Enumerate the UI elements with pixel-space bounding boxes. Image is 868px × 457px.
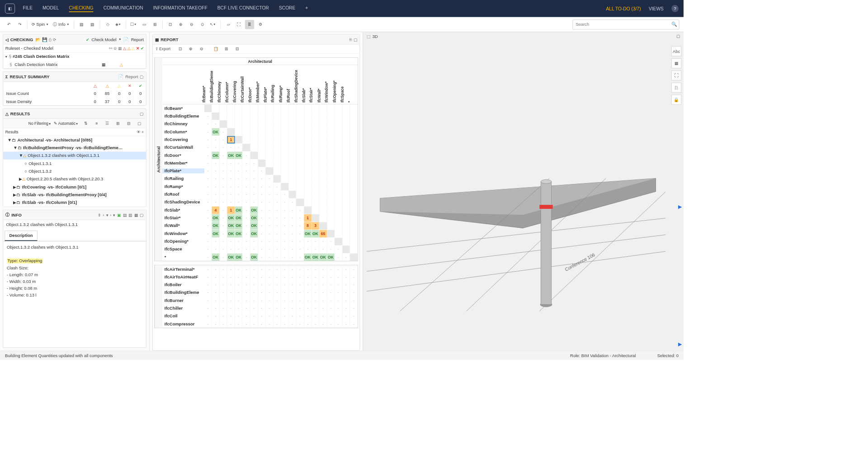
refresh-icon[interactable]: ⟳ <box>53 37 57 42</box>
zoom-out-icon[interactable]: ⊖ <box>187 20 196 29</box>
results-tree-row[interactable]: ▶ 🗀 IfcSlab -vs- IfcColumn [0/1] <box>3 198 146 206</box>
nav-arrow-right-1[interactable]: ▶ <box>678 204 682 210</box>
cube1-icon[interactable]: ▧ <box>77 20 86 29</box>
x-icon[interactable]: ✕ <box>136 46 139 51</box>
menu-add[interactable]: + <box>305 5 308 12</box>
maximize-icon[interactable]: ▢ <box>140 111 144 116</box>
abc-tool-icon[interactable]: Abc <box>671 46 681 56</box>
zoom-in-icon[interactable]: ⊕ <box>176 20 185 29</box>
i1-icon[interactable]: ▤ <box>123 212 127 217</box>
redo-icon[interactable]: ↷ <box>15 20 24 29</box>
app-logo[interactable]: ◧ <box>5 4 15 14</box>
description-tab[interactable]: Description <box>5 231 37 241</box>
zoom-out2-icon[interactable]: ⊖ <box>197 44 206 53</box>
save-as-icon[interactable]: ⎙ <box>49 37 52 42</box>
rule-row-2[interactable]: § Clash Detection Matrix ▦△ <box>3 61 146 68</box>
res-t5-icon[interactable]: ⊟ <box>124 119 133 128</box>
checking-report-button[interactable]: Report <box>131 37 144 42</box>
updown-icon[interactable]: ⇕ <box>98 212 101 217</box>
info-dropdown[interactable]: ⓘ Info▼ <box>52 21 71 27</box>
lock-tool-icon[interactable]: 🔒 <box>671 94 681 104</box>
cube4-icon[interactable]: ◈▼ <box>113 20 123 29</box>
results-tree-row[interactable]: ▶ 🗀 IfcSlab -vs- IfcBuildingElementProxy… <box>3 191 146 198</box>
check-model-button[interactable]: Check Model <box>91 37 116 42</box>
menu-score[interactable]: SCORE <box>279 5 295 12</box>
menu-model[interactable]: MODEL <box>42 5 59 12</box>
results-tree-row[interactable]: ○ Object.1.3.1 <box>3 160 146 167</box>
results-tree-row[interactable]: ▶ 🗀 IfcCovering -vs- IfcColumn [0/1] <box>3 183 146 191</box>
results-tree-row[interactable]: ▼ 🗀 IfcBuildingElementProxy -vs- IfcBuil… <box>3 144 146 151</box>
zoom-fit2-icon[interactable]: ⊡ <box>175 44 184 53</box>
clip2-icon[interactable]: ⊞ <box>222 44 231 53</box>
menu-file[interactable]: FILE <box>23 5 33 12</box>
clash-matrix[interactable]: Architectural Architectural IfcBeam*IfcB… <box>154 57 358 261</box>
menu-communication[interactable]: COMMUNICATION <box>104 5 143 12</box>
summary-report-button[interactable]: Report <box>125 74 138 79</box>
ground-icon[interactable]: ▱ <box>223 20 232 29</box>
copy-icon[interactable]: ⎘ <box>349 37 352 42</box>
views-link[interactable]: VIEWS <box>649 6 664 11</box>
spin-dropdown[interactable]: ⟳ Spin▼ <box>30 22 50 27</box>
res-t2-icon[interactable]: ≡ <box>92 119 101 128</box>
prev-icon[interactable]: ‹ <box>103 212 104 217</box>
3d-viewport[interactable]: ⬚3D ▢ Abc ▦ ⛶ ⌸ 🔒 ▶ ▶ <box>363 32 684 351</box>
results-tree-row[interactable]: ▼ 🗀 Architectural -vs- Architectural [0/… <box>3 136 146 144</box>
grid-icon[interactable]: ▦ <box>118 46 122 51</box>
maximize-icon[interactable]: ▢ <box>354 37 358 42</box>
save-icon[interactable]: 💾 <box>42 37 47 42</box>
dd-icon[interactable]: ▾ <box>106 212 108 217</box>
res-t6-icon[interactable]: ▢ <box>135 119 144 128</box>
results-tree-row[interactable]: ○ Object.1.3.2 <box>3 167 146 175</box>
search-icon[interactable]: 🔍 <box>671 22 677 27</box>
res-t3-icon[interactable]: ☰ <box>103 119 112 128</box>
grid-tool-icon[interactable]: ▦ <box>671 58 681 68</box>
i2-icon[interactable]: ▥ <box>128 212 132 217</box>
auto-dropdown[interactable]: ✎ Automatic▼ <box>54 121 78 126</box>
res-t4-icon[interactable]: ⊞ <box>113 119 122 128</box>
all-todo-link[interactable]: ALL TO-DO (3/7) <box>606 6 641 11</box>
cursor-icon[interactable]: ↖▼ <box>208 20 217 29</box>
pdf-tool-icon[interactable]: ⌸ <box>671 83 681 93</box>
zoom-area-icon[interactable]: ⊙ <box>198 20 207 29</box>
help-icon[interactable]: ? <box>671 5 679 12</box>
check-icon[interactable]: ✔ <box>141 46 144 51</box>
target2-icon[interactable]: ⌖ <box>142 130 144 134</box>
clip3-icon[interactable]: ⊟ <box>232 44 241 53</box>
zoom-in2-icon[interactable]: ⊕ <box>186 44 195 53</box>
eye-icon[interactable]: 👁 <box>137 130 141 134</box>
cube3-icon[interactable]: ◇ <box>103 20 112 29</box>
menu-bcf[interactable]: BCF LIVE CONNECTOR <box>217 5 269 12</box>
dd2-icon[interactable]: ▾ <box>113 212 115 217</box>
section-tool-icon[interactable]: ⛶ <box>671 71 681 80</box>
results-tree-row[interactable]: ▼ △ Object.1.3.2 clashes with Object.1.3… <box>3 151 146 159</box>
map-icon[interactable]: ⛶ <box>234 20 243 29</box>
nav-arrow-right-2[interactable]: ▶ <box>678 341 682 347</box>
layers-icon[interactable]: ≣ <box>245 20 254 29</box>
cube2-icon[interactable]: ▨ <box>88 20 97 29</box>
folder-open-icon[interactable]: 📂 <box>35 37 41 42</box>
tri-yellow-icon[interactable]: △ <box>132 46 134 51</box>
box-icon[interactable]: ☐▼ <box>129 20 138 29</box>
filter-dropdown[interactable]: No Filtering▼ <box>28 121 52 125</box>
next-icon[interactable]: › <box>110 212 111 217</box>
res-t1-icon[interactable]: ⇅ <box>81 119 90 128</box>
zoom-fit-icon[interactable]: ⊡ <box>165 20 175 29</box>
target-icon[interactable]: ⊚ <box>113 46 117 51</box>
results-tree-row[interactable]: ▶ △ Object.2.20.5 clashes with Object.2.… <box>3 175 146 183</box>
i4-icon[interactable]: ▢ <box>140 212 144 217</box>
settings-icon[interactable]: ⚙ <box>255 20 264 29</box>
clip1-icon[interactable]: 📋 <box>211 44 220 53</box>
maximize-icon[interactable]: ▢ <box>676 34 680 39</box>
rule-row-1[interactable]: ▼§ #245 Clash Detection Matrix <box>3 53 146 61</box>
green-box-icon[interactable]: ▣ <box>117 212 121 217</box>
clash-matrix-2[interactable]: IfcAirTerminal*--------------------IfcAi… <box>154 265 358 328</box>
undo-icon[interactable]: ↶ <box>4 20 13 29</box>
stack-icon[interactable]: ▭ <box>140 20 149 29</box>
i3-icon[interactable]: ▦ <box>134 212 138 217</box>
wireframe-icon[interactable]: ⊞ <box>150 20 159 29</box>
export-button[interactable]: ⇪ Export <box>155 47 171 51</box>
menu-checking[interactable]: CHECKING <box>69 5 94 12</box>
tri-red-icon[interactable]: △ <box>123 46 126 51</box>
menu-takeoff[interactable]: INFORMATION TAKEOFF <box>153 5 208 12</box>
tri-orange-icon[interactable]: △ <box>127 46 130 51</box>
